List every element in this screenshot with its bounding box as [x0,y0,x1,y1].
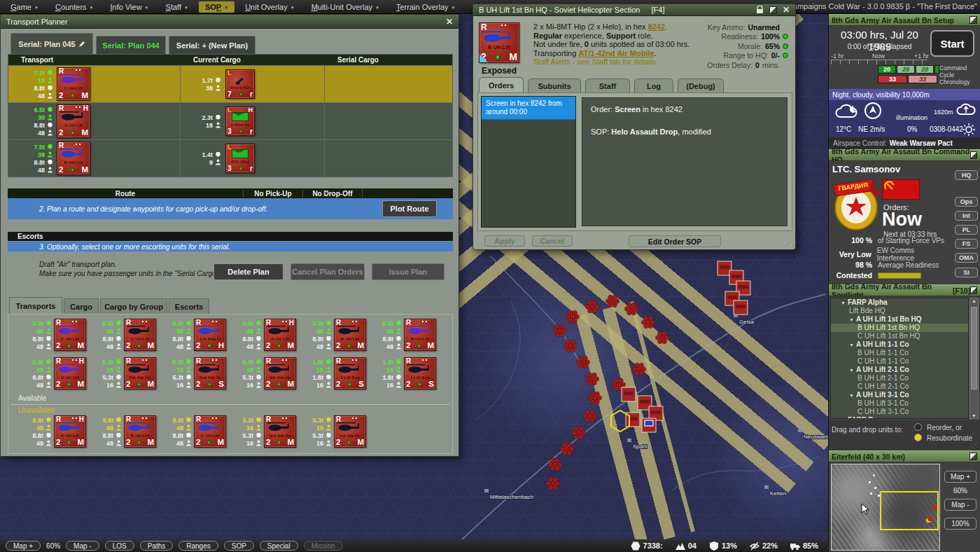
edit-order-sop-button[interactable]: Edit Order SOP [629,235,721,247]
map-zoom-100-button[interactable]: 100% [944,518,976,530]
tree-item[interactable]: B UH Lift 2-1 Co [831,374,968,382]
cargo-counter[interactable]: LH1-42nd Air3r [225,106,255,136]
palette-unit[interactable]: 5.3t165.3t16R2nd Atk He2S [160,357,224,389]
tab-orders[interactable]: Orders [479,77,524,92]
close-icon[interactable]: ✕ [783,5,790,15]
los-button[interactable]: LOS [105,541,134,551]
panel-pin-icon[interactable] [970,151,977,159]
map-unit-counter[interactable] [622,387,636,401]
palette-counter[interactable]: RC UH Lift2M [194,415,226,448]
cargo-counter[interactable]: LArty/1-42n7r [225,69,255,99]
cancel-plan-orders-button[interactable]: Cancel Plan Orders [290,263,365,280]
resize-grip[interactable]: ⋰ [972,441,978,448]
map-unit-counter[interactable] [734,301,748,315]
mission-button[interactable]: Mission [304,541,343,551]
tree-item[interactable]: ▼A UH Lift 3-1 Co [831,391,968,399]
transport-counter[interactable]: RC UH Lift2M [57,67,90,101]
palette-unit[interactable]: 5.3t165.3t16R4th Atk He2M [230,357,294,389]
palette-unit[interactable]: 8.8t488.8t48RB UH Lift2M [370,319,434,351]
palette-unit[interactable]: 8.8t488.8t48RB UH Lift2M [90,415,154,448]
palette-counter[interactable]: R1st Atk He2M [334,415,366,448]
hq-oma-button[interactable]: OMA [955,253,978,263]
minimap[interactable] [831,464,940,551]
palette-counter[interactable]: R2 Lift Eng2S [334,357,366,389]
palette-unit[interactable]: 8.8t488.8t48RC UH Lift2M [160,415,224,448]
palette-counter[interactable]: RC UH Lift2M [124,319,156,351]
delete-plan-button[interactable]: Delete Plan [214,263,284,280]
serial-tab-2[interactable]: Serial: + (New Plan) [169,36,255,54]
resubordinate-radio[interactable] [914,434,922,441]
palette-unit[interactable]: 8.8t488.8t48RLift Bde H2H [160,319,224,351]
palette-tab-escorts[interactable]: Escorts [169,298,209,314]
palette-counter[interactable]: R1 Lift Eng2S [404,357,436,389]
resize-grip[interactable]: ⋰⋰ [785,240,792,247]
tab-log[interactable]: Log [634,78,673,92]
menu-item-unit-overlay[interactable]: Unit Overlay▼ [239,1,300,13]
palette-unit[interactable]: 8.8t488.8t48RC UH Lift2M [90,319,154,351]
palette-unit[interactable]: 5.3t165.3t16R5th Atk He2M [90,357,154,389]
hq-pl-button[interactable]: PL [955,225,978,235]
paths-button[interactable]: Paths [140,541,174,551]
map--button[interactable]: Map - [66,541,99,551]
palette-unit[interactable]: 8.8t488.8t48RC UH Lift2M [20,319,84,351]
palette-unit[interactable]: 1.8t161.8t16R2 Lift Eng2S [300,357,364,389]
close-icon[interactable]: ✕ [446,17,453,27]
ranges-button[interactable]: Ranges [178,541,218,551]
start-button[interactable]: Start [930,30,974,57]
cargo-counter[interactable]: LAT/1-42nd3r [225,144,255,173]
selected-unit-counter[interactable]: RB UH Lift2M [479,22,519,63]
menu-item-sop[interactable]: SOP▼ [199,1,234,13]
palette-counter[interactable]: RB UH Lift2M [404,319,436,351]
sop-button[interactable]: SOP [224,541,254,551]
palette-counter[interactable]: R5th Atk He2M [124,357,156,389]
panel-pin-icon[interactable] [969,453,977,460]
menu-item-game[interactable]: Game▼ [4,1,45,13]
tree-item[interactable]: ▼FARP Bravo [831,416,968,419]
palette-counter[interactable]: RLift Bde H2H [194,319,226,351]
reorder-radio[interactable] [914,423,922,431]
panel-pin-icon[interactable] [969,16,977,24]
scroll-thumb[interactable] [971,307,977,389]
transport-planner-titlebar[interactable]: Transport Planner ✕ [1,15,458,29]
scroll-down-icon[interactable]: ▼ [970,413,978,418]
tree-scrollbar[interactable]: ▲ ▼ [969,298,979,419]
palette-counter[interactable]: R2nd Atk He2S [194,357,226,389]
order-list[interactable]: Screen in hex 8242 from around 00:00 [481,96,576,228]
hq-hq-button[interactable]: HQ [955,170,978,180]
menu-item-counters[interactable]: Counters▼ [49,1,100,13]
tree-item[interactable]: C UH Lift 3-1 Co [831,408,968,416]
map-unit-counter[interactable] [642,418,656,432]
palette-counter[interactable]: RC UH Lift2M [54,319,86,351]
palette-unit[interactable]: 8.8t488.8t48RHA UH Lift2M [20,415,84,448]
apply-button[interactable]: Apply [484,235,525,247]
map-zoom-out-button[interactable]: Map - [944,499,976,511]
palette-unit[interactable]: 5.3t165.3t16R1st Atk He2M [300,415,364,448]
order-list-item[interactable]: Screen in hex 8242 from around 00:00 [482,97,575,120]
hq-ops-button[interactable]: Ops [955,197,978,207]
palette-unit[interactable]: 8.8t488.8t48RHA UH Lift2M [230,319,294,351]
panel-pin-icon[interactable] [970,287,977,294]
transport-counter[interactable]: RB UH Lift2M [57,142,90,175]
palette-counter[interactable]: RHA UH Lift2M [54,415,86,448]
palette-tab-cargo[interactable]: Cargo [64,298,99,314]
map-zoom-in-button[interactable]: Map + [944,471,976,483]
panel-pin-icon[interactable] [769,6,777,14]
palette-unit[interactable]: 8.8t488.8t48RHA UH Lift2M [20,357,84,389]
cancel-button[interactable]: Cancel [532,235,573,247]
menu-item-multi-unit-overlay[interactable]: Multi-Unit Overlay▼ [305,1,386,13]
palette-tab-transports[interactable]: Transports [9,297,62,314]
special-button[interactable]: Special [260,541,298,551]
menu-item-info-view[interactable]: Info View▼ [104,1,155,13]
lock-icon[interactable] [756,6,764,14]
palette-counter[interactable]: R3rd Atk He2M [264,415,296,448]
tab-subunits[interactable]: Subunits [528,78,581,92]
transport-counter[interactable]: RHA UH Lift2M [57,104,90,138]
tab-(debug)[interactable]: (Debug) [678,78,724,92]
tree-item[interactable]: ▼A UH Lift 2-1 Co [831,366,968,374]
tree-item[interactable]: C UH Lift 1st Bn HQ [831,332,968,340]
palette-counter[interactable]: RB UH Lift2M [124,415,156,448]
tree-item[interactable]: Lift Bde HQ [831,307,968,315]
minimap-viewport[interactable] [880,491,939,530]
transported-unit-link[interactable]: AT/1-42nd Air Mobile [578,49,654,57]
map--button[interactable]: Map + [6,541,41,551]
